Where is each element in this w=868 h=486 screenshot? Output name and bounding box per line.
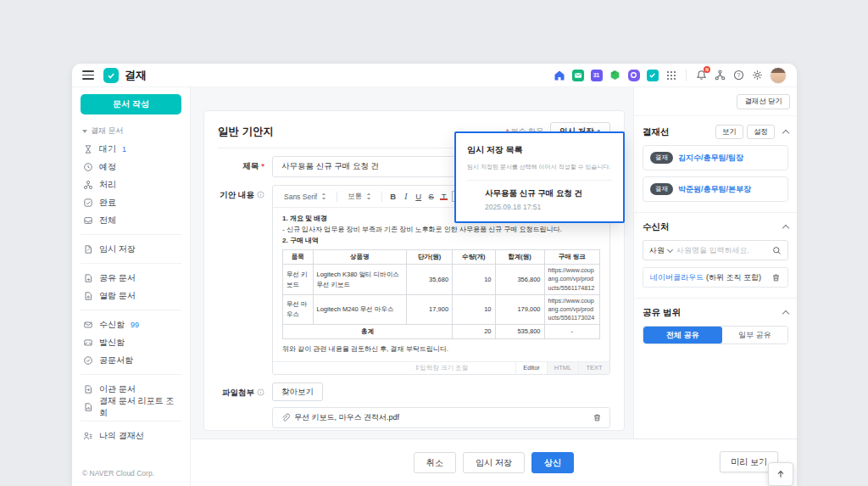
divider [81, 234, 181, 235]
inbox-icon [83, 320, 93, 330]
draft-item-title: 사무용품 신규 구매 요청 건 [485, 188, 612, 199]
approver-role-badge: 결재 [650, 152, 673, 164]
divider [81, 374, 181, 375]
drive-app-icon[interactable] [609, 69, 621, 81]
italic-icon[interactable]: I [399, 193, 412, 201]
share-scope-title: 공유 범위 [643, 307, 681, 319]
bold-icon[interactable]: B [387, 192, 399, 201]
apps-grid-icon[interactable] [665, 69, 677, 81]
font-size-select[interactable]: 보통 [342, 192, 377, 202]
sidebar-item-waiting[interactable]: 대기 1 [81, 140, 181, 158]
divider [81, 421, 181, 422]
home-icon[interactable] [553, 69, 565, 81]
recipient-item[interactable]: 네이버클라우드 (하위 조직 포함) [643, 267, 788, 288]
draft-list-popup: 임시 저장 목록 임시 저장된 문서를 선택해 이어서 작성할 수 있습니다. … [454, 131, 625, 223]
text-color-icon[interactable]: T [437, 192, 450, 201]
doc-section2-title: 2. 구매 내역 [282, 236, 600, 247]
info-icon [257, 191, 264, 198]
sidebar-item-processing[interactable]: 처리 [81, 176, 181, 193]
sidebar-item-scheduled[interactable]: 예정 [81, 158, 181, 176]
collapse-icon[interactable] [782, 129, 789, 136]
menu-icon[interactable] [82, 70, 94, 80]
settings-gear-icon[interactable] [751, 69, 764, 81]
tab-text[interactable]: TEXT [578, 362, 609, 374]
popup-description: 임시 저장된 문서를 선택해 이어서 작성할 수 있습니다. [467, 163, 612, 171]
sidebar-item-all[interactable]: 전체 [81, 211, 181, 229]
sidebar-item-report[interactable]: 결재 문서 리포트 조회 [81, 398, 181, 416]
divider [81, 263, 181, 264]
settings-button[interactable]: 설정 [747, 125, 775, 139]
tab-editor[interactable]: Editor [515, 362, 547, 374]
search-icon[interactable] [772, 246, 782, 255]
approval-service-icon[interactable] [646, 69, 659, 81]
collapse-icon[interactable] [782, 225, 789, 232]
view-button[interactable]: 보기 [715, 125, 743, 139]
attachment-item[interactable]: 무선 키보드, 마우스 견적서.pdf [272, 407, 610, 428]
approval-line-title: 결재선 [643, 126, 670, 138]
sidebar-item-viewed[interactable]: 열람 문서 [81, 287, 181, 304]
user-avatar[interactable] [770, 67, 787, 84]
draft-list-item[interactable]: 사무용품 신규 구매 요청 건 2025.09.18 17:51 [467, 188, 612, 211]
app-header: 결재 31 [72, 64, 797, 87]
sidebar-item-drafts[interactable]: 임시 저장 [81, 240, 181, 258]
contacts-app-icon[interactable] [627, 69, 640, 81]
doc-type-title: 일반 기안지 [218, 125, 274, 139]
collapse-icon[interactable] [782, 310, 789, 317]
complete-icon [83, 198, 93, 208]
tab-html[interactable]: HTML [547, 362, 578, 374]
divider [81, 310, 181, 310]
sidebar-item-shared[interactable]: 공유 문서 [81, 269, 181, 287]
font-family-select[interactable]: Sans Serif [278, 193, 332, 201]
recipient-filter-select[interactable]: 사원 [649, 245, 672, 256]
share-scope-toggle: 전체 공유 일부 공유 [643, 326, 788, 344]
table-header-row: 품목 상품명 단가(원) 수량(개) 합계(원) 구매 링크 [283, 250, 600, 265]
waiting-count-badge: 1 [122, 145, 126, 154]
share-all-option[interactable]: 전체 공유 [643, 327, 722, 344]
inbox-count-badge: 99 [131, 321, 139, 329]
purchase-table: 품목 상품명 단가(원) 수량(개) 합계(원) 구매 링크 [282, 249, 600, 338]
content-label: 기안 내용 [218, 185, 272, 375]
close-approval-line-button[interactable]: 결재선 닫기 [737, 94, 790, 109]
browse-button[interactable]: 찾아보기 [272, 383, 323, 401]
save-draft-button[interactable]: 임시 저장 [463, 452, 525, 473]
underline-icon[interactable]: U [412, 192, 425, 201]
sidebar-section-approval-docs[interactable]: 결재 문서 [81, 126, 181, 137]
shared-doc-icon [83, 273, 93, 283]
recipient-search-input[interactable] [676, 246, 768, 254]
header-divider [686, 70, 687, 81]
compose-document-button[interactable]: 문서 작성 [81, 94, 181, 115]
sidebar-item-outbox[interactable]: 발신함 [81, 333, 181, 351]
help-icon[interactable]: ? [732, 69, 745, 81]
sidebar: 문서 작성 결재 문서 대기 1 예정 처리 완료 [72, 87, 191, 486]
svg-text:?: ? [737, 72, 741, 78]
notification-bell-icon[interactable]: N [695, 69, 708, 81]
recipient-suffix: (하위 조직 포함) [706, 272, 761, 283]
trash-icon[interactable] [593, 413, 602, 422]
scroll-top-button[interactable] [768, 462, 793, 486]
approver-item[interactable]: 결재 김지수/총무팀/팀장 [643, 145, 788, 170]
approver-item[interactable]: 결재 박준원/총무팀/본부장 [643, 176, 788, 202]
share-partial-option[interactable]: 일부 공유 [722, 327, 787, 344]
subject-label: 제목* [218, 156, 272, 177]
sidebar-item-official[interactable]: 공문서함 [81, 351, 181, 369]
strikethrough-icon[interactable]: S [425, 192, 437, 201]
trash-icon[interactable] [771, 273, 781, 282]
sidebar-item-inbox[interactable]: 수신함 99 [81, 316, 181, 333]
editor-resize-bar[interactable]: ⇕ 입력창 크기 조절 Editor HTML TEXT [273, 361, 609, 374]
caret-down-icon [82, 130, 87, 133]
recipient-name: 네이버클라우드 [650, 272, 704, 283]
org-chart-icon[interactable] [714, 69, 726, 81]
cancel-button[interactable]: 취소 [414, 452, 456, 473]
mail-app-icon[interactable] [571, 69, 584, 81]
sidebar-item-completed[interactable]: 완료 [81, 193, 181, 211]
calendar-app-icon[interactable]: 31 [590, 69, 603, 81]
bell-badge: N [704, 66, 710, 73]
divider [634, 212, 797, 213]
editor-content[interactable]: 1. 개요 및 배경 - 신규 입사자 업무용 장비 부족과 기존 장비 노후화… [273, 208, 609, 361]
hourglass-icon [83, 144, 93, 154]
footer-bar: 취소 임시 저장 상신 미리 보기 [191, 439, 797, 486]
sidebar-item-my-approval-line[interactable]: 나의 결재선 [81, 427, 181, 444]
submit-button[interactable]: 상신 [531, 452, 574, 473]
paperclip-icon [281, 413, 290, 422]
official-doc-icon [83, 355, 93, 366]
